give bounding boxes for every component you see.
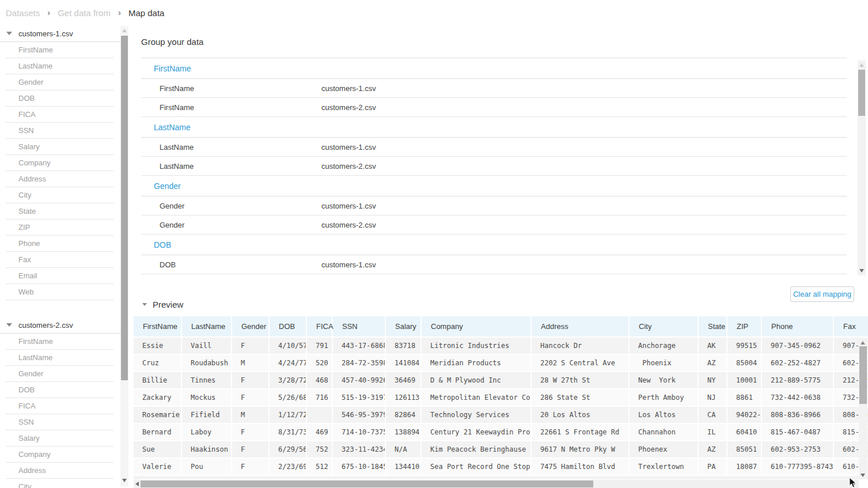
- sidebar-field-item[interactable]: State: [0, 203, 121, 220]
- sidebar-field-item[interactable]: ZIP: [0, 220, 121, 236]
- preview-cell: Cruz: [134, 354, 181, 372]
- preview-cell: D & M Plywood Inc: [421, 372, 531, 389]
- preview-column-header: SSN: [332, 316, 385, 337]
- mapped-field-row[interactable]: Gender customers-2.csv: [141, 215, 847, 234]
- sidebar-field-item[interactable]: FICA: [0, 107, 121, 123]
- preview-vertical-scrollbar[interactable]: [859, 339, 867, 479]
- mapped-field-source: customers-2.csv: [321, 98, 376, 117]
- chevron-right-icon: ›: [47, 7, 50, 17]
- sidebar-field-item[interactable]: LastName: [0, 350, 121, 366]
- mapped-field-row[interactable]: FirstName customers-2.csv: [141, 98, 847, 117]
- scroll-left-icon[interactable]: [135, 482, 139, 486]
- preview-cell: Litronic Industries: [421, 337, 531, 354]
- sidebar-field-item[interactable]: FICA: [0, 398, 121, 414]
- sidebar-field-item[interactable]: Company: [0, 155, 121, 171]
- scroll-up-icon[interactable]: [861, 341, 865, 345]
- preview-table-container: FirstNameLastNameGenderDOBFICASSNSalaryC…: [134, 316, 868, 480]
- preview-cell: N/A: [385, 441, 421, 458]
- sidebar-field-item[interactable]: FirstName: [0, 334, 121, 350]
- breadcrumb-item-get-data-from[interactable]: Get data from: [58, 8, 111, 18]
- preview-cell: 515-19-3197: [332, 389, 385, 406]
- clear-all-mapping-button[interactable]: Clear all mapping: [790, 286, 854, 302]
- scroll-down-icon[interactable]: [122, 479, 127, 482]
- preview-section-toggle[interactable]: Preview: [142, 300, 183, 309]
- mapped-field-source: customers-1.csv: [321, 79, 376, 98]
- scroll-down-icon[interactable]: [861, 474, 865, 477]
- sidebar-file-header[interactable]: customers-2.csv: [0, 317, 121, 334]
- scroll-up-icon[interactable]: [859, 63, 864, 67]
- preview-horizontal-scrollbar[interactable]: [134, 480, 859, 488]
- preview-cell: PA: [698, 458, 727, 475]
- preview-data-row: SueHaakinsonF6/29/56752323-11-4234N/AKim…: [134, 441, 868, 458]
- group-header[interactable]: DOB: [141, 234, 847, 255]
- preview-vscrollbar-thumb[interactable]: [859, 346, 867, 404]
- preview-cell: 22661 S Frontage Rd: [531, 423, 629, 441]
- sidebar-field-item[interactable]: DOB: [0, 382, 121, 398]
- sidebar-field-item[interactable]: City: [0, 187, 121, 203]
- preview-data-row: ValeriePouF2/23/69512675-10-1845134410Se…: [134, 458, 868, 475]
- preview-hscrollbar-thumb[interactable]: [141, 481, 593, 487]
- sidebar-field-item[interactable]: Gender: [0, 74, 121, 90]
- preview-cell: Sea Port Record One Stop Inc: [421, 458, 531, 475]
- preview-data-row: ZackaryMockusF5/26/68716515-19-319712611…: [134, 389, 868, 406]
- sidebar-field-item[interactable]: Fax: [0, 252, 121, 268]
- sidebar-field-item[interactable]: Gender: [0, 366, 121, 382]
- breadcrumb: Datasets › Get data from › Map data: [0, 0, 868, 25]
- sidebar-field-item[interactable]: Address: [0, 171, 121, 187]
- mapped-field-label: DOB: [160, 260, 176, 269]
- sidebar-field-item[interactable]: Address: [0, 463, 121, 479]
- preview-cell: 2202 S Central Ave: [531, 354, 629, 372]
- group-scrollbar-thumb[interactable]: [858, 70, 865, 116]
- group-list-scrollbar[interactable]: [858, 60, 866, 275]
- sidebar-field-item[interactable]: Email: [0, 268, 121, 284]
- preview-cell: 8/31/73: [269, 423, 306, 441]
- sidebar-field-item[interactable]: LastName: [0, 58, 121, 74]
- mapped-field-row[interactable]: FirstName customers-1.csv: [141, 79, 847, 98]
- preview-cell: 9617 N Metro Pky W: [531, 441, 629, 458]
- mapped-field-source: customers-1.csv: [321, 255, 376, 274]
- preview-cell: 546-95-3979: [332, 406, 385, 423]
- preview-cell: 60410: [727, 423, 761, 441]
- preview-column-header: Phone: [761, 316, 833, 337]
- sidebar-field-item[interactable]: Salary: [0, 430, 121, 447]
- sidebar-scrollbar-thumb[interactable]: [121, 36, 128, 380]
- sidebar-field-item[interactable]: FirstName: [0, 42, 121, 58]
- group-header[interactable]: LastName: [141, 117, 847, 138]
- mapped-field-source: customers-1.csv: [321, 138, 376, 157]
- sidebar-field-item[interactable]: SSN: [0, 123, 121, 139]
- preview-column-header: State: [698, 316, 727, 337]
- mapped-field-row[interactable]: LastName customers-1.csv: [141, 138, 847, 157]
- group-header[interactable]: FirstName: [141, 58, 847, 79]
- mapped-field-row[interactable]: Gender customers-1.csv: [141, 196, 847, 215]
- scroll-up-icon[interactable]: [122, 29, 127, 32]
- sidebar-field-item[interactable]: DOB: [0, 90, 121, 107]
- mapped-field-label: LastName: [160, 143, 194, 152]
- sidebar-file-header[interactable]: customers-1.csv: [0, 25, 121, 42]
- mapped-field-row[interactable]: DOB customers-1.csv: [141, 255, 847, 274]
- preview-cell: Mockus: [181, 389, 232, 406]
- sidebar-field-item[interactable]: SSN: [0, 414, 121, 430]
- scroll-down-icon[interactable]: [859, 269, 864, 273]
- preview-cell: AK: [698, 337, 727, 354]
- preview-cell: 443-17-6868: [332, 337, 385, 354]
- mapped-field-row[interactable]: DOB customers-2.csv: [141, 274, 847, 275]
- breadcrumb-item-datasets[interactable]: Datasets: [6, 8, 40, 18]
- mapped-field-label: FirstName: [160, 103, 194, 112]
- sidebar-scrollbar[interactable]: [120, 26, 128, 487]
- preview-data-row: BernardLaboyF8/31/73469714-10-7375138894…: [134, 423, 868, 441]
- mapped-field-row[interactable]: LastName customers-2.csv: [141, 157, 847, 176]
- preview-cell: 610-777395-8743: [761, 458, 833, 475]
- sidebar-field-item[interactable]: Phone: [0, 236, 121, 252]
- preview-cell: Kim Peacock Beringhause: [421, 441, 531, 458]
- sidebar-field-item[interactable]: City: [0, 479, 121, 488]
- sidebar-field-item[interactable]: Company: [0, 447, 121, 463]
- preview-cell: 4/10/57: [269, 337, 306, 354]
- preview-cell: Sue: [134, 441, 181, 458]
- preview-cell: Zackary: [134, 389, 181, 406]
- sidebar-field-item[interactable]: Web: [0, 284, 121, 300]
- chevron-right-icon: ›: [118, 7, 121, 17]
- preview-cell: 94022-: [727, 406, 761, 423]
- group-header[interactable]: Gender: [141, 176, 847, 196]
- preview-cell: 18087: [727, 458, 761, 475]
- sidebar-field-item[interactable]: Salary: [0, 139, 121, 155]
